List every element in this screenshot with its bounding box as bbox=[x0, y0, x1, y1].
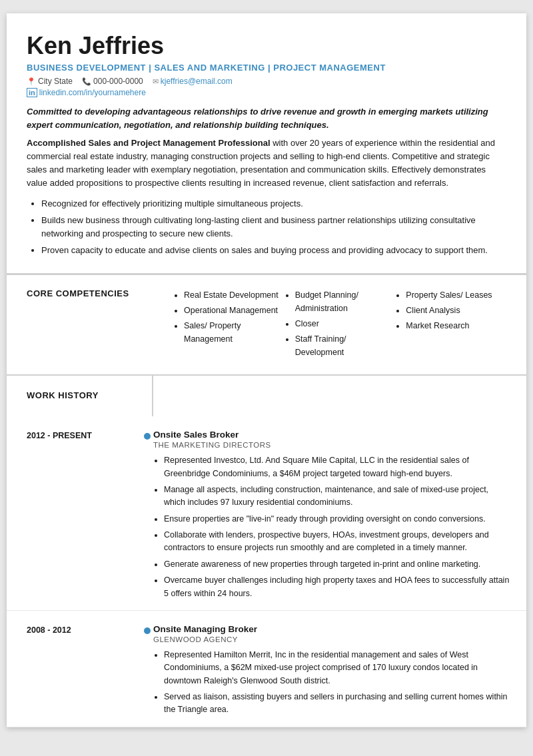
comp-col-1: Real Estate Development Operational Mana… bbox=[173, 288, 284, 361]
job-1-bullet-1: Represented Investco, Ltd. And Square Mi… bbox=[164, 454, 510, 480]
comp-item-1: Real Estate Development bbox=[184, 288, 284, 302]
job-left-2: 2008 - 2012 bbox=[7, 624, 153, 720]
phone-icon: 📞 bbox=[82, 77, 91, 86]
summary-italic: Committed to developing advantageous rel… bbox=[27, 105, 506, 131]
header-section: Ken Jeffries BUSINESS DEVELOPMENT | SALE… bbox=[7, 13, 526, 275]
location-icon: 📍 bbox=[27, 77, 36, 86]
job-title-2: Onsite Managing Broker bbox=[153, 624, 510, 634]
job-1-bullet-3: Ensure properties are "live-in" ready th… bbox=[164, 513, 510, 526]
comp-item-6: Staff Training/ Development bbox=[295, 332, 396, 359]
job-1-bullet-2: Manage all aspects, including constructi… bbox=[164, 484, 510, 510]
job-title-1: Onsite Sales Broker bbox=[153, 430, 510, 440]
comp-col-3: Property Sales/ Leases Client Analysis M… bbox=[395, 288, 506, 361]
header-bullet-1: Recognized for effectively prioritizing … bbox=[41, 197, 506, 210]
comp-col-2: Budget Planning/ Administration Closer S… bbox=[284, 288, 396, 361]
job-dates-2: 2008 - 2012 bbox=[27, 625, 141, 635]
job-company-2: GLENWOOD AGENCY bbox=[153, 635, 510, 643]
summary-bold: Accomplished Sales and Project Managemen… bbox=[27, 138, 270, 148]
job-1-bullet-4: Collaborate with lenders, prospective bu… bbox=[164, 529, 510, 555]
header-bullet-2: Builds new business through cultivating … bbox=[41, 214, 506, 240]
work-history-header-row: WORK HISTORY bbox=[7, 376, 526, 416]
comp-item-5: Closer bbox=[295, 317, 396, 330]
resume-page: Ken Jeffries BUSINESS DEVELOPMENT | SALE… bbox=[7, 13, 526, 727]
summary-text: Accomplished Sales and Project Managemen… bbox=[27, 137, 506, 190]
location-text: City State bbox=[38, 77, 73, 86]
job-entry-2: 2008 - 2012 Onsite Managing Broker GLENW… bbox=[7, 611, 526, 727]
competencies-content: Real Estate Development Operational Mana… bbox=[173, 288, 506, 361]
linkedin-icon: in bbox=[27, 88, 37, 97]
competencies-label: CORE COMPETENCIES bbox=[27, 288, 173, 361]
email-text: kjeffries@email.com bbox=[161, 77, 233, 86]
location-item: 📍 City State bbox=[27, 77, 73, 86]
comp-item-8: Client Analysis bbox=[406, 304, 506, 317]
candidate-name: Ken Jeffries bbox=[27, 32, 506, 60]
phone-text: 000-000-0000 bbox=[93, 77, 143, 86]
job-2-bullet-1: Represented Hamilton Merrit, Inc in the … bbox=[164, 649, 510, 687]
comp-item-2: Operational Management bbox=[184, 304, 284, 317]
job-1-bullet-6: Overcame buyer challenges including high… bbox=[164, 574, 510, 600]
email-item: ✉ kjeffries@email.com bbox=[153, 77, 233, 86]
job-dates-1: 2012 - PRESENT bbox=[27, 431, 141, 440]
job-right-1: Onsite Sales Broker THE MARKETING DIRECT… bbox=[153, 430, 526, 603]
job-company-1: THE MARKETING DIRECTORS bbox=[153, 441, 510, 449]
candidate-title: BUSINESS DEVELOPMENT | SALES AND MARKETI… bbox=[27, 63, 506, 73]
competencies-section: CORE COMPETENCIES Real Estate Developmen… bbox=[7, 275, 526, 376]
work-history-label: WORK HISTORY bbox=[27, 390, 140, 400]
job-2-bullet-2: Served as liaison, assisting buyers and … bbox=[164, 691, 510, 717]
linkedin-line: inlinkedin.com/in/yournamehere bbox=[27, 88, 506, 97]
comp-item-7: Property Sales/ Leases bbox=[406, 288, 506, 302]
phone-item: 📞 000-000-0000 bbox=[82, 77, 143, 86]
job-bullets-1: Represented Investco, Ltd. And Square Mi… bbox=[153, 454, 510, 600]
header-bullet-3: Proven capacity to educate and advise cl… bbox=[41, 244, 506, 257]
work-history-header-spacer bbox=[153, 376, 526, 416]
job-left-1: 2012 - PRESENT bbox=[7, 430, 153, 603]
header-bullets: Recognized for effectively prioritizing … bbox=[27, 197, 506, 258]
comp-item-3: Sales/ Property Management bbox=[184, 319, 284, 346]
job-dot-2 bbox=[144, 627, 151, 634]
comp-item-9: Market Research bbox=[406, 319, 506, 332]
work-history-label-cell: WORK HISTORY bbox=[7, 376, 153, 416]
email-icon: ✉ bbox=[153, 77, 159, 86]
job-1-bullet-5: Generate awareness of new properties thr… bbox=[164, 558, 510, 571]
job-bullets-2: Represented Hamilton Merrit, Inc in the … bbox=[153, 649, 510, 717]
linkedin-url: linkedin.com/in/yournamehere bbox=[39, 88, 146, 97]
job-right-2: Onsite Managing Broker GLENWOOD AGENCY R… bbox=[153, 624, 526, 720]
job-entry-1: 2012 - PRESENT Onsite Sales Broker THE M… bbox=[7, 416, 526, 611]
comp-item-4: Budget Planning/ Administration bbox=[295, 288, 396, 315]
contact-line: 📍 City State 📞 000-000-0000 ✉ kjeffries@… bbox=[27, 77, 506, 86]
